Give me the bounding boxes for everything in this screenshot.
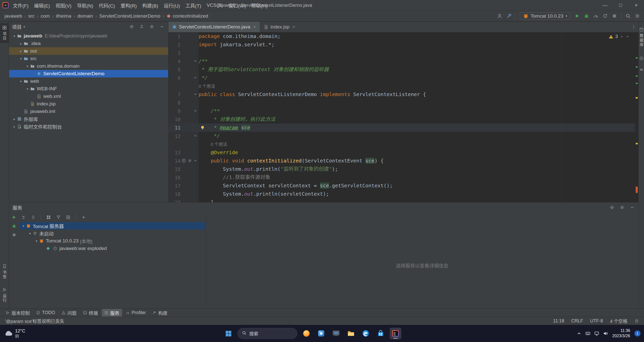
project-tree-row[interactable]: ▾javawebE:\IdeaProjects\mypro\javaweb bbox=[9, 32, 168, 40]
gear-icon[interactable] bbox=[150, 24, 154, 29]
target-icon[interactable] bbox=[129, 24, 134, 29]
chevron-down-icon[interactable]: ▾ bbox=[565, 14, 567, 18]
start-button[interactable] bbox=[223, 328, 234, 339]
breadcrumb-item[interactable]: src bbox=[28, 13, 35, 19]
menu-item[interactable]: 导航(N) bbox=[74, 0, 96, 11]
frame-icon[interactable] bbox=[66, 215, 70, 220]
maven-icon[interactable]: m bbox=[639, 67, 644, 72]
taskbar-app-explorer[interactable] bbox=[345, 328, 357, 339]
project-tree-row[interactable]: ▾WEB-INF bbox=[9, 85, 168, 93]
menu-item[interactable]: 代码(C) bbox=[96, 0, 118, 11]
project-tree-row[interactable]: Jindex.jsp bbox=[9, 100, 168, 108]
minus-icon[interactable] bbox=[630, 205, 634, 210]
breadcrumb-item[interactable]: domain bbox=[77, 13, 94, 19]
funnel-icon[interactable] bbox=[56, 215, 61, 220]
project-tree-row[interactable]: ▾src bbox=[9, 55, 168, 62]
minus-icon[interactable] bbox=[160, 24, 164, 29]
services-tree-row[interactable]: ?javaweb:war exploded bbox=[19, 245, 205, 252]
chevron-expanded-icon[interactable]: ▾ bbox=[18, 57, 24, 61]
chevron-collapsed-icon[interactable]: ▸ bbox=[12, 117, 17, 121]
fold-down-icon[interactable] bbox=[193, 158, 198, 163]
chevron-expanded-icon[interactable]: ▾ bbox=[21, 224, 26, 228]
play-icon[interactable] bbox=[575, 13, 580, 19]
menu-item[interactable]: 构建(B) bbox=[139, 0, 161, 11]
stop-icon[interactable] bbox=[12, 233, 16, 237]
tray-chevron-icon[interactable] bbox=[577, 331, 582, 336]
taskbar-app-app-monitor[interactable] bbox=[330, 328, 342, 339]
project-tree-row[interactable]: ▸.idea bbox=[9, 40, 168, 47]
maximize-button[interactable]: □ bbox=[613, 0, 628, 11]
user-icon[interactable] bbox=[497, 13, 502, 19]
search-icon[interactable] bbox=[625, 13, 631, 19]
network-icon[interactable] bbox=[594, 331, 599, 336]
dots-icon[interactable] bbox=[631, 25, 636, 29]
chevron-expanded-icon[interactable]: ▾ bbox=[25, 87, 30, 91]
project-tree-row[interactable]: ▾web bbox=[9, 77, 168, 85]
tool-window-button[interactable]: 终端 bbox=[80, 309, 101, 317]
plus-icon[interactable] bbox=[81, 215, 86, 220]
usage-hint-inlay[interactable]: 0 个用法 bbox=[211, 140, 227, 149]
close-icon[interactable]: × bbox=[293, 24, 295, 30]
menu-item[interactable]: 视图(V) bbox=[53, 0, 74, 11]
breadcrumb-method[interactable]: mcontextInitialized bbox=[166, 13, 208, 19]
fold-down-icon[interactable] bbox=[193, 109, 198, 113]
notification-badge[interactable]: 1 bbox=[634, 330, 640, 336]
chevron-expanded-icon[interactable]: ▾ bbox=[27, 232, 33, 235]
project-tree-row[interactable]: ▸out bbox=[9, 47, 168, 55]
fold-up-icon[interactable] bbox=[193, 134, 198, 138]
menu-item[interactable]: 运行(U) bbox=[161, 0, 183, 11]
taskbar-app-app-orange[interactable] bbox=[301, 328, 312, 339]
bug-icon[interactable] bbox=[12, 224, 16, 228]
target-icon[interactable] bbox=[610, 205, 614, 210]
taskbar-app-app-blue[interactable] bbox=[315, 328, 327, 339]
gear-icon[interactable] bbox=[620, 205, 624, 210]
status-widget[interactable]: UTF-8 bbox=[590, 318, 603, 324]
tool-window-stripe-button[interactable]: 项目 bbox=[0, 23, 9, 43]
tool-window-button[interactable]: 服务 bbox=[102, 309, 122, 317]
expand-all-icon[interactable] bbox=[21, 215, 26, 220]
profiler-icon[interactable] bbox=[593, 13, 598, 19]
taskbar-app-edge[interactable] bbox=[360, 328, 372, 339]
chevron-down-icon[interactable] bbox=[626, 35, 629, 38]
project-tree-row[interactable]: javaweb.iml bbox=[9, 108, 168, 115]
gear-icon[interactable] bbox=[635, 13, 640, 19]
gradle-icon[interactable] bbox=[639, 56, 644, 61]
chevron-up-icon[interactable] bbox=[620, 35, 624, 38]
menu-item[interactable]: 文件(F) bbox=[10, 0, 31, 11]
keyboard-icon[interactable] bbox=[585, 331, 590, 336]
bug-icon[interactable] bbox=[584, 13, 589, 19]
chevron-expanded-icon[interactable]: ▾ bbox=[25, 64, 30, 68]
override-icon[interactable] bbox=[182, 158, 186, 163]
editor-tab[interactable]: Jindex.jsp× bbox=[260, 22, 299, 32]
at-icon[interactable]: @ bbox=[188, 158, 192, 163]
services-tree-row[interactable]: ▾未启动 bbox=[19, 230, 205, 237]
taskbar-clock[interactable]: 11:36 2023/3/26 bbox=[612, 328, 630, 339]
tool-window-stripe-button[interactable]: 数据库 bbox=[639, 25, 644, 50]
chevron-collapsed-icon[interactable]: ▸ bbox=[18, 42, 24, 46]
tool-window-stripe-button[interactable]: 书签 bbox=[0, 262, 9, 282]
usage-hint-inlay[interactable]: 0 个用法 bbox=[199, 82, 215, 91]
tool-window-button[interactable]: 构建 bbox=[150, 309, 170, 317]
menu-item[interactable]: 编辑(E) bbox=[31, 0, 53, 11]
collapse-all-icon[interactable] bbox=[31, 215, 35, 220]
restart-icon[interactable] bbox=[602, 13, 608, 19]
services-tree-row[interactable]: ▾Tomcat 10.0.23[本地] bbox=[19, 237, 205, 245]
tool-window-button[interactable]: 版本控制 bbox=[3, 309, 32, 317]
status-widget[interactable]: 4 个空格 bbox=[610, 318, 627, 324]
lock-icon[interactable] bbox=[634, 319, 639, 323]
group-icon[interactable] bbox=[46, 215, 51, 220]
taskbar-app-idea[interactable]: IJ bbox=[390, 328, 401, 339]
project-tree-row[interactable]: CServletContextListenerDemo bbox=[9, 70, 168, 77]
editor-scrollbar[interactable] bbox=[635, 32, 638, 202]
taskbar-app-store[interactable] bbox=[375, 328, 386, 339]
chevron-expanded-icon[interactable]: ▾ bbox=[18, 79, 24, 83]
breadcrumb-item[interactable]: com bbox=[40, 13, 50, 19]
minimize-button[interactable]: — bbox=[597, 0, 613, 11]
stop-icon[interactable] bbox=[612, 13, 617, 19]
tool-window-button[interactable]: 问题 bbox=[59, 309, 79, 317]
tool-window-button[interactable]: TODO bbox=[33, 309, 58, 316]
code-area[interactable]: 1package com.itheima.domain;2import jaka… bbox=[168, 32, 635, 202]
run-config-selector[interactable]: Tomcat 10.0.23▾ bbox=[520, 12, 570, 20]
taskbar-search[interactable]: 搜索 bbox=[237, 328, 297, 339]
chevron-expanded-icon[interactable]: ▾ bbox=[34, 239, 39, 243]
